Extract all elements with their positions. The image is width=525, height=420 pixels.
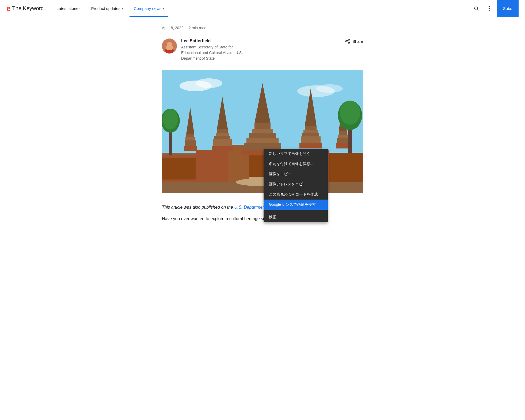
svg-point-11 <box>348 42 349 43</box>
intro-text: This article was also published on the <box>162 205 234 209</box>
nav-product-updates[interactable]: Product updates ▾ <box>87 0 127 17</box>
article-read-time: 2 min read <box>189 26 206 30</box>
context-menu-copy-image[interactable]: 画像をコピー <box>264 169 328 179</box>
chevron-down-icon: ▾ <box>121 7 123 10</box>
temple-svg <box>162 70 363 193</box>
svg-line-13 <box>347 40 348 41</box>
site-header: e The Keyword Latest stories Product upd… <box>0 0 525 17</box>
svg-rect-26 <box>329 153 363 182</box>
context-menu-divider <box>264 211 328 211</box>
svg-rect-54 <box>337 138 348 143</box>
context-menu: 新しいタブで画像を開く 名前を付けて画像を保存... 画像をコピー 画像アドレス… <box>264 149 328 222</box>
share-icon <box>345 39 350 44</box>
article-date: Apr 18, 2022 <box>162 26 183 30</box>
svg-rect-37 <box>214 136 230 139</box>
svg-rect-28 <box>254 123 271 129</box>
svg-point-9 <box>348 39 349 40</box>
article-meta: Apr 18, 2022 · 2 min read <box>162 26 363 30</box>
more-options-button[interactable] <box>484 3 494 14</box>
chevron-down-icon: ▾ <box>162 7 164 10</box>
nav-company-label: Company news <box>134 6 161 11</box>
context-menu-google-lens[interactable]: Google レンズで画像を検索 <box>264 200 328 210</box>
svg-point-58 <box>163 109 178 129</box>
nav-product-label: Product updates <box>91 6 120 11</box>
article-intro: This article was also published on the U… <box>162 204 363 211</box>
svg-point-10 <box>345 41 347 42</box>
nav-company-news[interactable]: Company news ▾ <box>130 0 168 17</box>
svg-rect-22 <box>196 150 228 182</box>
main-content: Apr 18, 2022 · 2 min read Lee Satterfiel… <box>155 17 370 231</box>
context-menu-create-qr[interactable]: この画像の QR コードを作成 <box>264 189 328 200</box>
avatar <box>162 39 177 54</box>
svg-rect-42 <box>303 130 318 133</box>
svg-point-18 <box>316 84 343 93</box>
more-vert-icon <box>489 6 490 11</box>
search-button[interactable] <box>471 3 482 14</box>
svg-rect-36 <box>216 133 229 136</box>
svg-rect-31 <box>246 138 279 143</box>
subscribe-button[interactable]: Subs <box>497 0 519 17</box>
hero-image <box>162 70 363 193</box>
svg-point-8 <box>166 45 173 50</box>
article-first-para: Have you ever wanted to explore a cultur… <box>162 215 363 222</box>
hero-image-container: 新しいタブで画像を開く 名前を付けて画像を保存... 画像をコピー 画像アドレス… <box>162 70 363 193</box>
svg-rect-52 <box>339 131 347 135</box>
nav-latest-label: Latest stories <box>56 6 80 11</box>
site-name: The Keyword <box>12 5 44 12</box>
svg-rect-38 <box>213 139 232 146</box>
svg-rect-45 <box>299 143 322 148</box>
svg-rect-49 <box>185 140 196 146</box>
google-g-icon: e <box>6 4 11 13</box>
svg-rect-30 <box>249 133 276 138</box>
avatar-image <box>162 39 177 54</box>
site-logo[interactable]: e The Keyword <box>6 4 44 13</box>
svg-rect-41 <box>305 126 317 130</box>
context-menu-save-image[interactable]: 名前を付けて画像を保存... <box>264 159 328 169</box>
svg-rect-53 <box>338 135 348 138</box>
share-button[interactable]: Share <box>345 39 363 44</box>
main-nav: Latest stories Product updates ▾ Company… <box>52 0 471 17</box>
svg-rect-39 <box>212 146 233 151</box>
svg-rect-35 <box>217 129 228 133</box>
svg-rect-29 <box>252 129 273 133</box>
svg-rect-44 <box>301 136 321 143</box>
header-actions: Subs <box>471 0 519 17</box>
article-body: This article was also published on the U… <box>162 204 363 222</box>
author-row: Lee Satterfield Assistant Secretary of S… <box>162 39 363 61</box>
svg-rect-50 <box>184 146 197 151</box>
author-details: Lee Satterfield Assistant Secretary of S… <box>181 39 251 61</box>
svg-point-3 <box>489 8 490 9</box>
nav-latest-stories[interactable]: Latest stories <box>52 0 85 17</box>
author-info: Lee Satterfield Assistant Secretary of S… <box>162 39 251 61</box>
svg-rect-48 <box>185 137 195 140</box>
author-name: Lee Satterfield <box>181 39 251 43</box>
share-label: Share <box>352 39 363 44</box>
svg-point-2 <box>489 6 490 7</box>
svg-point-4 <box>489 10 490 11</box>
context-menu-open-new-tab[interactable]: 新しいタブで画像を開く <box>264 149 328 159</box>
svg-line-1 <box>477 9 478 10</box>
meta-separator: · <box>185 26 187 30</box>
svg-point-61 <box>340 101 360 125</box>
search-icon <box>474 6 479 11</box>
svg-rect-55 <box>336 143 349 148</box>
context-menu-inspect[interactable]: 検証 <box>264 212 328 222</box>
svg-rect-47 <box>186 134 194 137</box>
context-menu-copy-address[interactable]: 画像アドレスをコピー <box>264 179 328 189</box>
svg-rect-43 <box>302 133 319 136</box>
svg-point-0 <box>474 7 478 10</box>
author-title: Assistant Secretary of State for Educati… <box>181 44 251 61</box>
svg-line-12 <box>347 41 348 42</box>
svg-point-16 <box>196 78 222 88</box>
